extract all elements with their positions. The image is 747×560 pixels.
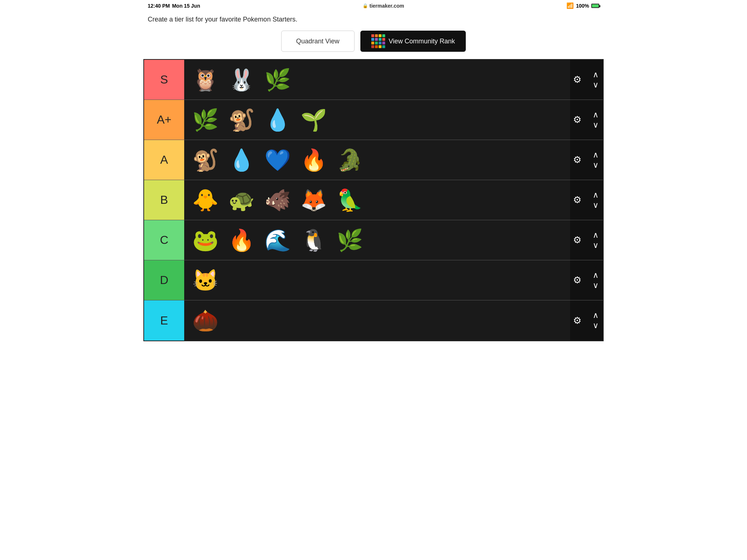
tier-label-aplus: A+: [144, 100, 184, 140]
pokemon-sprite[interactable]: 🐰: [224, 62, 259, 97]
tier-move-down-button[interactable]: ∨: [591, 80, 600, 90]
grid-cell: [371, 38, 374, 41]
gear-icon[interactable]: ⚙: [573, 114, 581, 125]
tier-controls: ⚙∧∨: [570, 260, 603, 300]
status-time: 12:40 PM: [148, 3, 170, 9]
community-grid-icon: [371, 34, 385, 48]
status-bar: 12:40 PM Mon 15 Jun 🔒 tiermaker.com 📶 10…: [142, 0, 605, 11]
tier-label-s: S: [144, 60, 184, 100]
tier-label-b: B: [144, 180, 184, 220]
tier-content-a[interactable]: 🐒💧💙🔥🐊: [184, 140, 570, 180]
pokemon-sprite[interactable]: 🌿: [188, 102, 222, 137]
pokemon-sprite[interactable]: 🐒: [188, 143, 222, 177]
pokemon-sprite[interactable]: 🔥: [224, 223, 259, 257]
grid-cell: [375, 34, 378, 37]
grid-cell: [379, 34, 382, 37]
tier-content-s[interactable]: 🦉🐰🌿: [184, 60, 570, 100]
tier-controls: ⚙∧∨: [570, 300, 603, 341]
tier-controls: ⚙∧∨: [570, 180, 603, 220]
tier-move-down-button[interactable]: ∨: [591, 160, 600, 170]
tier-move-down-button[interactable]: ∨: [591, 241, 600, 250]
gear-icon[interactable]: ⚙: [573, 234, 581, 246]
tier-row-a: A🐒💧💙🔥🐊⚙∧∨: [144, 140, 603, 180]
pokemon-sprite[interactable]: 🐢: [224, 183, 259, 217]
grid-cell: [375, 42, 378, 44]
tier-label-a: A: [144, 140, 184, 180]
tier-move-up-button[interactable]: ∧: [591, 110, 600, 120]
pokemon-sprite[interactable]: 💙: [260, 143, 295, 177]
tier-content-e[interactable]: 🌰: [184, 300, 570, 341]
battery-percent: 100%: [576, 3, 589, 9]
tier-arrows: ∧∨: [591, 190, 600, 210]
pokemon-sprite[interactable]: 🐊: [332, 143, 367, 177]
gear-icon[interactable]: ⚙: [573, 275, 581, 286]
lock-icon: 🔒: [363, 3, 368, 8]
pokemon-sprite[interactable]: 🐸: [188, 223, 222, 257]
tier-move-up-button[interactable]: ∧: [591, 271, 600, 280]
tier-move-up-button[interactable]: ∧: [591, 230, 600, 240]
tier-move-up-button[interactable]: ∧: [591, 70, 600, 79]
battery-icon: [591, 4, 599, 8]
gear-icon[interactable]: ⚙: [573, 315, 581, 326]
pokemon-sprite[interactable]: 🦉: [188, 62, 222, 97]
tier-move-up-button[interactable]: ∧: [591, 150, 600, 160]
tier-arrows: ∧∨: [591, 271, 600, 290]
grid-cell: [375, 38, 378, 41]
tier-label-c: C: [144, 220, 184, 260]
pokemon-sprite[interactable]: 🌊: [260, 223, 295, 257]
tier-controls: ⚙∧∨: [570, 60, 603, 100]
grid-cell: [379, 38, 382, 41]
grid-cell: [371, 42, 374, 44]
gear-icon[interactable]: ⚙: [573, 74, 581, 85]
pokemon-sprite[interactable]: 🔥: [296, 143, 331, 177]
tier-content-b[interactable]: 🐥🐢🐗🦊🦜: [184, 180, 570, 220]
tier-list: S🦉🐰🌿⚙∧∨A+🌿🐒💧🌱⚙∧∨A🐒💧💙🔥🐊⚙∧∨B🐥🐢🐗🦊🦜⚙∧∨C🐸🔥🌊🐧🌿…: [143, 59, 604, 341]
grid-cell: [371, 45, 374, 48]
tier-label-e: E: [144, 300, 184, 341]
page-title: Create a tier list for your favorite Pok…: [142, 11, 605, 26]
grid-cell: [379, 45, 382, 48]
tier-arrows: ∧∨: [591, 150, 600, 170]
pokemon-sprite[interactable]: 🌿: [260, 62, 295, 97]
tier-row-aplus: A+🌿🐒💧🌱⚙∧∨: [144, 100, 603, 140]
tier-row-b: B🐥🐢🐗🦊🦜⚙∧∨: [144, 180, 603, 220]
tier-content-aplus[interactable]: 🌿🐒💧🌱: [184, 100, 570, 140]
pokemon-sprite[interactable]: 🐗: [260, 183, 295, 217]
status-indicators: 📶 100%: [566, 2, 599, 9]
grid-cell: [375, 45, 378, 48]
tier-move-up-button[interactable]: ∧: [591, 311, 600, 320]
grid-cell: [382, 42, 385, 44]
grid-cell: [382, 34, 385, 37]
tier-content-c[interactable]: 🐸🔥🌊🐧🌿: [184, 220, 570, 260]
grid-cell: [382, 38, 385, 41]
tier-move-down-button[interactable]: ∨: [591, 281, 600, 290]
tier-arrows: ∧∨: [591, 70, 600, 90]
community-rank-button[interactable]: View Community Rank: [360, 31, 466, 52]
tier-row-e: E🌰⚙∧∨: [144, 300, 603, 341]
pokemon-sprite[interactable]: 💧: [224, 143, 259, 177]
status-day: Mon 15 Jun: [172, 3, 200, 9]
pokemon-sprite[interactable]: 🐧: [296, 223, 331, 257]
tier-arrows: ∧∨: [591, 110, 600, 130]
tier-move-down-button[interactable]: ∨: [591, 120, 600, 130]
gear-icon[interactable]: ⚙: [573, 154, 581, 166]
tier-row-c: C🐸🔥🌊🐧🌿⚙∧∨: [144, 220, 603, 260]
tier-content-d[interactable]: 🐱: [184, 260, 570, 300]
pokemon-sprite[interactable]: 🐱: [188, 263, 222, 298]
pokemon-sprite[interactable]: 🐥: [188, 183, 222, 217]
gear-icon[interactable]: ⚙: [573, 194, 581, 206]
pokemon-sprite[interactable]: 🐒: [224, 102, 259, 137]
quadrant-view-button[interactable]: Quadrant View: [281, 31, 355, 52]
pokemon-sprite[interactable]: 🌱: [296, 102, 331, 137]
pokemon-sprite[interactable]: 🦊: [296, 183, 331, 217]
pokemon-sprite[interactable]: 🦜: [332, 183, 367, 217]
tier-move-up-button[interactable]: ∧: [591, 190, 600, 200]
grid-cell: [379, 42, 382, 44]
pokemon-sprite[interactable]: 🌰: [188, 303, 222, 338]
pokemon-sprite[interactable]: 💧: [260, 102, 295, 137]
tier-move-down-button[interactable]: ∨: [591, 321, 600, 330]
tier-controls: ⚙∧∨: [570, 140, 603, 180]
pokemon-sprite[interactable]: 🌿: [332, 223, 367, 257]
tier-move-down-button[interactable]: ∨: [591, 201, 600, 210]
buttons-row: Quadrant View View Community Rank: [142, 26, 605, 59]
